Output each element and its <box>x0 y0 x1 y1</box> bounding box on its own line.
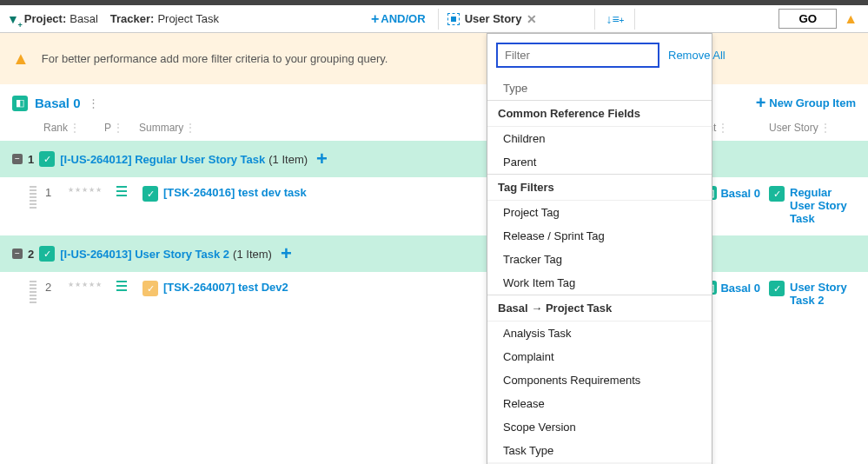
check-icon: ✓ <box>39 246 55 262</box>
drag-handle[interactable] <box>30 281 36 303</box>
add-item-icon[interactable]: + <box>316 148 328 170</box>
collapse-icon[interactable]: − <box>12 154 23 164</box>
performance-banner: ▲ For better performance add more filter… <box>0 33 868 84</box>
grouping-chip-user-story[interactable]: User Story ✕ <box>442 12 543 26</box>
dropdown-item[interactable]: Complaint <box>487 345 712 368</box>
group-number: 2 <box>28 248 34 261</box>
rank-stars: ★★★★★ <box>68 281 103 288</box>
project-name[interactable]: Basal 0 <box>35 96 81 110</box>
group-count: (1 Item) <box>268 153 308 166</box>
dropdown-item[interactable]: Project Tag <box>487 201 712 224</box>
go-button[interactable]: GO <box>779 9 837 29</box>
dropdown-filter-input[interactable] <box>496 43 659 68</box>
dropdown-item[interactable]: Parent <box>487 150 712 174</box>
dropdown-item[interactable]: Task Type <box>487 439 712 462</box>
project-menu-icon[interactable]: ⋮ <box>88 96 100 109</box>
dropdown-section-header: Basal → Project Task <box>487 295 712 321</box>
group-title[interactable]: [I-US-264013] User Story Task 2 <box>60 248 229 261</box>
col-rank: Rank <box>43 122 68 134</box>
and-or-button[interactable]: +AND/OR <box>371 11 426 27</box>
filter-toolbar: ▼ Project: Basal Tracker: Project Task +… <box>0 5 868 33</box>
dropdown-item[interactable]: Analysis Task <box>487 321 712 345</box>
group-row: −2✓[I-US-264013] User Story Task 2(1 Ite… <box>0 235 868 272</box>
rank-stars: ★★★★★ <box>68 186 103 194</box>
check-icon: ✓ <box>142 281 158 296</box>
col-summary: Summary <box>139 122 183 134</box>
warning-triangle-icon: ▲ <box>12 49 30 69</box>
dropdown-section-header: Tag Filters <box>487 174 712 201</box>
group-title[interactable]: [I-US-264012] Regular User Story Task <box>60 153 265 166</box>
field-picker-dropdown: Remove All TypeCommon Reference FieldsCh… <box>487 33 712 464</box>
tracker-label: Tracker: <box>110 12 155 25</box>
column-headers: Rank⋮ P⋮ Summary⋮ Sprint⋮ User Story⋮ <box>0 122 868 139</box>
check-icon: ✓ <box>39 151 55 167</box>
dropdown-item[interactable]: Scope Version <box>487 415 712 439</box>
project-value: Basal <box>70 12 98 25</box>
dropdown-item[interactable]: Type <box>487 76 712 100</box>
group-count: (1 Item) <box>233 248 272 261</box>
user-story-cell[interactable]: ✓Regular User Story Task <box>769 186 856 225</box>
item-row: 2★★★★★✓[TSK-264007] test Dev2◧Basal 0✓Us… <box>0 272 868 315</box>
dropdown-section-header: Common Reference Fields <box>487 100 712 127</box>
project-header-row: ◧ Basal 0 ⋮ +New Group Item <box>0 84 868 122</box>
warning-icon[interactable]: ▲ <box>844 11 858 27</box>
user-story-cell[interactable]: ✓User Story Task 2 <box>769 281 856 307</box>
new-group-item-button[interactable]: +New Group Item <box>756 93 856 113</box>
chip-remove-icon[interactable]: ✕ <box>527 12 537 26</box>
chip-label: User Story <box>465 12 522 25</box>
col-priority: P <box>104 122 111 134</box>
dropdown-item[interactable]: Release <box>487 392 712 415</box>
priority-icon <box>116 186 127 196</box>
group-by-icon <box>447 13 460 25</box>
priority-icon <box>116 281 127 291</box>
project-label: Project: <box>24 12 66 25</box>
banner-message: For better performance add more filter c… <box>42 52 388 65</box>
filter-icon[interactable]: ▼ <box>7 12 19 26</box>
sort-icon[interactable]: ↓≡ <box>606 12 624 26</box>
add-item-icon[interactable]: + <box>281 242 292 265</box>
dropdown-item[interactable]: Children <box>487 127 712 150</box>
dropdown-item[interactable]: Work Item Tag <box>487 271 712 295</box>
group-row: −1✓[I-US-264012] Regular User Story Task… <box>0 141 868 177</box>
item-number: 1 <box>45 186 68 199</box>
group-number: 1 <box>28 153 34 166</box>
item-row: 1★★★★★✓[TSK-264016] test dev task◧Basal … <box>0 177 868 234</box>
remove-all-link[interactable]: Remove All <box>668 49 726 62</box>
drag-handle[interactable] <box>30 186 36 209</box>
project-icon: ◧ <box>12 96 28 111</box>
dropdown-item[interactable]: Components Requirements <box>487 368 712 392</box>
dropdown-item[interactable]: Tracker Tag <box>487 248 712 271</box>
item-title[interactable]: [TSK-264007] test Dev2 <box>163 281 288 294</box>
item-title[interactable]: [TSK-264016] test dev task <box>163 186 307 199</box>
item-number: 2 <box>45 281 68 294</box>
check-icon: ✓ <box>142 186 158 202</box>
col-user-story: User Story <box>769 122 818 134</box>
dropdown-item[interactable]: Release / Sprint Tag <box>487 224 712 248</box>
tracker-value: Project Task <box>157 12 219 25</box>
collapse-icon[interactable]: − <box>12 249 23 259</box>
